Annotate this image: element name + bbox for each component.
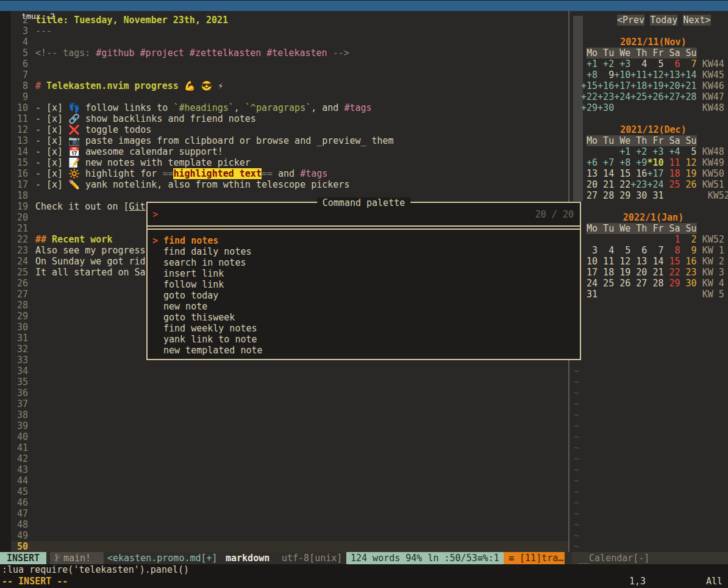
calendar-day[interactable]: 16 bbox=[680, 256, 697, 267]
palette-item[interactable]: goto today bbox=[148, 290, 580, 301]
calendar-day[interactable]: 27 bbox=[630, 278, 647, 289]
calendar-day[interactable]: 4 bbox=[598, 245, 614, 256]
palette-item[interactable]: new note bbox=[148, 301, 580, 312]
calendar-day[interactable]: 4 bbox=[630, 58, 647, 69]
calendar-day[interactable]: 21 bbox=[598, 179, 614, 190]
calendar-day[interactable]: 19 bbox=[614, 267, 630, 278]
calendar-day[interactable]: 7 bbox=[680, 58, 697, 69]
calendar-day[interactable]: 27 bbox=[581, 190, 598, 201]
calendar-day[interactable]: +24 bbox=[647, 179, 663, 190]
calendar-day[interactable]: 25 bbox=[598, 278, 614, 289]
calendar-day[interactable]: 5 bbox=[647, 58, 663, 69]
palette-item[interactable]: yank link to note bbox=[148, 334, 580, 345]
calendar-day[interactable]: 12 bbox=[614, 256, 630, 267]
calendar-day[interactable]: +8 bbox=[581, 69, 598, 80]
calendar-day[interactable]: 26 bbox=[614, 278, 630, 289]
palette-item[interactable]: insert link bbox=[148, 268, 580, 279]
calendar-day[interactable]: +9 bbox=[630, 157, 647, 168]
editor-line[interactable]: It all started on Sa bbox=[35, 267, 146, 278]
calendar-day[interactable]: 25 bbox=[663, 179, 680, 190]
calendar-day[interactable]: +3 bbox=[647, 146, 663, 157]
calendar-day[interactable]: 18 bbox=[663, 168, 680, 179]
calendar-day[interactable]: 30 bbox=[630, 190, 647, 201]
palette-item[interactable]: follow link bbox=[148, 279, 580, 290]
calendar-day[interactable]: +29 bbox=[581, 102, 598, 113]
editor-line[interactable]: - [x] ✏️ yank notelink, also from wthin … bbox=[35, 179, 349, 190]
calendar-day[interactable]: 20 bbox=[581, 179, 598, 190]
calendar-day[interactable]: +23 bbox=[630, 179, 647, 190]
editor-line[interactable]: ## Recent work bbox=[35, 234, 112, 245]
calendar-day[interactable]: 22 bbox=[663, 267, 680, 278]
calendar-day[interactable]: 18 bbox=[598, 267, 614, 278]
calendar-day[interactable]: +27 bbox=[663, 91, 680, 102]
calendar-day[interactable]: +17 bbox=[647, 168, 663, 179]
editor-line[interactable]: # Telekasten.nvim progress 💪 😎 ⚡ bbox=[35, 80, 223, 91]
calendar-day[interactable]: 8 bbox=[663, 245, 680, 256]
calendar-day[interactable]: 14 bbox=[598, 168, 614, 179]
calendar-day[interactable]: +1 bbox=[614, 146, 630, 157]
calendar-day[interactable]: 21 bbox=[647, 267, 663, 278]
editor-line[interactable]: Check it out on [Git bbox=[35, 201, 146, 212]
palette-prompt-input[interactable]: > 20 / 20 bbox=[148, 203, 580, 227]
calendar-day[interactable]: +25 bbox=[630, 91, 647, 102]
calendar-day[interactable]: 9 bbox=[598, 69, 614, 80]
calendar-day[interactable]: 31 bbox=[647, 190, 663, 201]
calendar-day[interactable]: 14 bbox=[647, 256, 663, 267]
calendar-day[interactable]: 30 bbox=[680, 278, 697, 289]
palette-item[interactable]: search in notes bbox=[148, 257, 580, 268]
editor-line[interactable]: - [x] 👣 follow links to `#headings`, `^p… bbox=[35, 102, 372, 113]
ex-command-line[interactable]: :lua require('telekasten').panel() bbox=[2, 564, 189, 575]
calendar-day[interactable]: 29 bbox=[614, 190, 630, 201]
calendar-day[interactable]: 2 bbox=[680, 234, 697, 245]
calendar-day[interactable]: 5 bbox=[614, 245, 630, 256]
editor-line[interactable]: <!-- tags: #github #project #zettelkaste… bbox=[35, 48, 349, 58]
calendar-day[interactable]: +17 bbox=[614, 80, 630, 91]
calendar-day[interactable]: 22 bbox=[614, 179, 630, 190]
calendar-day[interactable]: 17 bbox=[581, 267, 598, 278]
calendar-day[interactable]: 9 bbox=[680, 245, 697, 256]
calendar-day[interactable]: 31 bbox=[581, 289, 598, 300]
calendar-day[interactable]: +24 bbox=[614, 91, 630, 102]
editor-line[interactable]: Also see my progress bbox=[35, 245, 146, 256]
calendar-day[interactable]: +13 bbox=[663, 69, 680, 80]
palette-item[interactable]: new templated note bbox=[148, 345, 580, 356]
editor-line[interactable]: On Sunday we got rid bbox=[35, 256, 146, 267]
calendar-day[interactable]: +21 bbox=[680, 80, 697, 91]
calendar-nav-today[interactable]: Today bbox=[650, 15, 677, 26]
editor-line[interactable]: - [x] 🔆 highlight for ==highlighted text… bbox=[35, 168, 327, 179]
calendar-day[interactable]: +6 bbox=[581, 157, 598, 168]
calendar-day[interactable]: 28 bbox=[598, 190, 614, 201]
calendar-day[interactable]: +7 bbox=[598, 157, 614, 168]
palette-item[interactable]: >find notes bbox=[148, 235, 580, 246]
calendar-day[interactable]: 6 bbox=[663, 58, 680, 69]
calendar-day[interactable]: 7 bbox=[647, 245, 663, 256]
calendar-day[interactable]: +22 bbox=[581, 91, 598, 102]
calendar-day[interactable]: +2 bbox=[598, 58, 614, 69]
calendar-day[interactable]: +12 bbox=[647, 69, 663, 80]
editor-line[interactable]: - [x] 📝 new notes with template picker bbox=[35, 157, 251, 168]
calendar-day[interactable]: +23 bbox=[598, 91, 614, 102]
calendar-day[interactable]: +20 bbox=[663, 80, 680, 91]
calendar-day[interactable]: 15 bbox=[614, 168, 630, 179]
calendar-day[interactable]: +30 bbox=[598, 102, 614, 113]
calendar-day[interactable]: +28 bbox=[680, 91, 697, 102]
calendar-day[interactable]: 19 bbox=[680, 168, 697, 179]
calendar-nav-prev[interactable]: <Prev bbox=[617, 15, 644, 26]
calendar-day[interactable]: 20 bbox=[630, 267, 647, 278]
calendar-day[interactable]: +26 bbox=[647, 91, 663, 102]
editor-line[interactable]: - [x] 🔗 show backlinks and friend notes bbox=[35, 113, 256, 124]
calendar-day[interactable]: +15 bbox=[581, 80, 598, 91]
calendar-day[interactable]: 26 bbox=[680, 179, 697, 190]
editor-line[interactable]: --- bbox=[35, 26, 52, 37]
calendar-day[interactable]: 13 bbox=[581, 168, 598, 179]
calendar-day[interactable]: 16 bbox=[630, 168, 647, 179]
palette-item[interactable]: find weekly notes bbox=[148, 323, 580, 334]
palette-item[interactable]: goto thisweek bbox=[148, 312, 580, 323]
calendar-day[interactable]: 29 bbox=[663, 278, 680, 289]
calendar-day[interactable]: 5 bbox=[680, 146, 697, 157]
calendar-day[interactable]: 10 bbox=[581, 256, 598, 267]
calendar-day[interactable]: 6 bbox=[630, 245, 647, 256]
calendar-day[interactable]: +3 bbox=[614, 58, 630, 69]
editor-line[interactable]: - [x] 📷 paste images from clipboard or b… bbox=[35, 135, 394, 146]
calendar-day[interactable]: +16 bbox=[598, 80, 614, 91]
